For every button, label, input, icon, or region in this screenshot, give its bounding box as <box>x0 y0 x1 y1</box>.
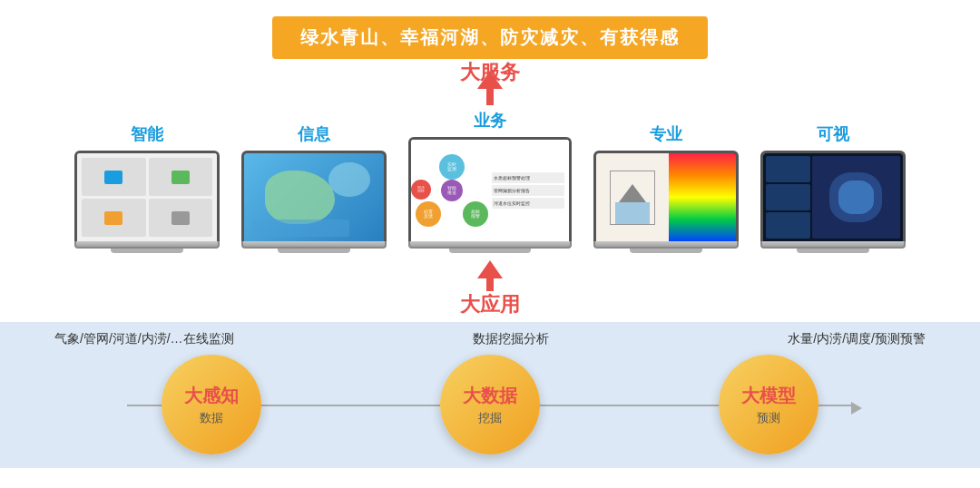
laptop-pro: 专业 <box>583 123 750 253</box>
circle-moxing-main: 大模型 <box>741 384 796 408</box>
laptops-row: 智能 <box>36 110 944 253</box>
laptop-pro-label: 专业 <box>650 123 682 145</box>
laptop-info-base <box>241 241 387 249</box>
laptop-vis-wrapper <box>760 151 906 253</box>
big-app-label: 大应用 <box>460 291 520 318</box>
laptop-biz-base <box>408 241 572 249</box>
laptop-info: 信息 <box>230 123 397 253</box>
laptop-info-label: 信息 <box>298 123 330 145</box>
laptop-vis: 可视 <box>750 123 916 253</box>
bottom-labels-row: 气象/管网/河道/内涝/…在线监测 数据挖掘分析 水量/内涝/调度/预测预警 <box>36 331 944 347</box>
circle-shuju: 大数据 挖掘 <box>440 355 540 454</box>
laptop-biz-wrapper: 实时监测 处置反馈 超标报警 智能推送 四步闭环 水质超标预警处理 管网漏损分析… <box>408 137 572 253</box>
circle-ganzhi-main: 大感知 <box>184 384 239 408</box>
bottom-label-2: 数据挖掘分析 <box>473 331 549 347</box>
bottom-label-3: 水量/内涝/调度/预测预警 <box>788 331 926 347</box>
laptop-biz-label: 业务 <box>474 110 506 132</box>
laptop-smart-wrapper <box>74 151 220 253</box>
laptop-smart-label: 智能 <box>131 123 163 145</box>
circle-moxing-sub: 预测 <box>757 410 780 426</box>
laptop-pro-wrapper <box>593 151 739 253</box>
circle-shuju-main: 大数据 <box>463 384 517 408</box>
bottom-label-1: 气象/管网/河道/内涝/…在线监测 <box>54 331 234 347</box>
laptop-pro-base <box>593 241 739 249</box>
laptop-smart-stand <box>111 249 183 253</box>
service-arrow <box>477 71 503 105</box>
laptop-vis-label: 可视 <box>817 123 849 145</box>
goal-text: 绿水青山、幸福河湖、防灾减灾、有获得感 <box>300 27 680 47</box>
laptop-smart-base <box>74 241 220 249</box>
big-circle-ganzhi: 大感知 数据 <box>162 355 261 454</box>
big-circle-moxing: 大模型 预测 <box>719 355 818 454</box>
laptop-pro-stand <box>630 249 702 253</box>
laptop-biz-screen: 实时监测 处置反馈 超标报警 智能推送 四步闭环 水质超标预警处理 管网漏损分析… <box>408 137 572 241</box>
laptop-vis-stand <box>797 249 869 253</box>
bottom-section: 气象/管网/河道/内涝/…在线监测 数据挖掘分析 水量/内涝/调度/预测预警 大… <box>0 322 980 468</box>
circle-ganzhI: 大感知 数据 <box>162 355 261 454</box>
laptop-smart-screen <box>74 151 220 241</box>
laptop-smart: 智能 <box>64 123 230 253</box>
circle-moxing: 大模型 预测 <box>719 355 818 454</box>
laptop-info-screen <box>241 151 387 241</box>
top-section: 绿水青山、幸福河湖、防灾减灾、有获得感 大服务 智能 <box>0 0 980 318</box>
laptop-vis-base <box>760 241 906 249</box>
circle-ganzhi-sub: 数据 <box>200 410 223 426</box>
app-arrow-section: 大应用 <box>36 260 944 318</box>
laptop-pro-screen <box>593 151 739 241</box>
arrow-right <box>851 402 862 415</box>
laptop-biz-stand <box>449 249 531 253</box>
circle-shuju-sub: 挖掘 <box>478 410 502 426</box>
laptop-vis-screen <box>760 151 906 241</box>
laptop-info-wrapper <box>241 151 387 253</box>
app-arrow <box>477 260 503 291</box>
big-circle-shuju: 大数据 挖掘 <box>440 355 540 454</box>
goal-box: 绿水青山、幸福河湖、防灾减灾、有获得感 <box>272 16 708 59</box>
circles-row: 大感知 数据 大数据 挖掘 大模型 预测 <box>36 355 944 454</box>
laptop-biz: 业务 实时监测 处置反馈 超标报警 智能推送 四步闭环 水质超标预警处理 <box>397 110 583 253</box>
laptop-info-stand <box>278 249 350 253</box>
